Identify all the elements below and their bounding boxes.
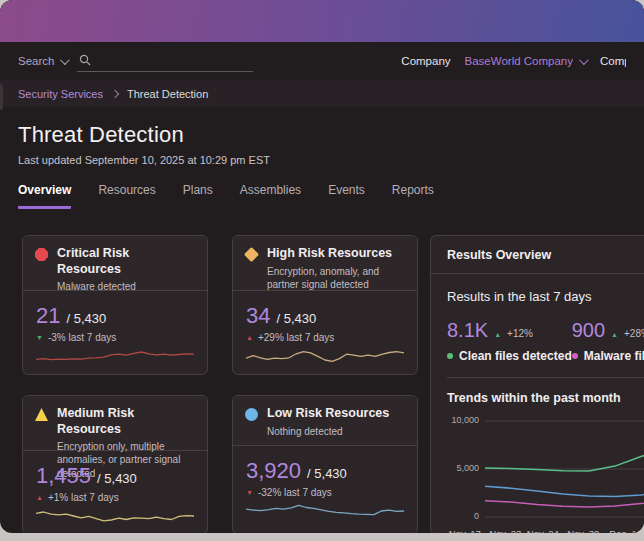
- medium-sparkline: [36, 503, 194, 529]
- x-axis-labels: Nov. 17 - Nov. 23Nov. 24 - Nov. 30Dec. 1…: [447, 528, 644, 533]
- trend-up-icon: ▲: [246, 334, 253, 341]
- low-risk-card-body: 3,920 / 5,430 ▼ -32% last 7 days: [233, 446, 417, 533]
- change-text: -32% last 7 days: [258, 487, 332, 498]
- high-risk-card-body: 34 / 5,430 ▲ +29% last 7 days: [233, 291, 417, 375]
- critical-sparkline: [36, 343, 194, 369]
- stats-row: 8.1K ▲ +12% Clean files detected 900 ▲: [447, 319, 644, 363]
- y-axis-tick: 5,000: [447, 463, 479, 473]
- risk-cards-grid: Critical Risk Resources Malware detected…: [22, 235, 418, 533]
- chevron-down-icon: [60, 55, 70, 65]
- page-title: Threat Detection: [18, 122, 626, 148]
- tab-bar: Overview Resources Plans Assemblies Even…: [0, 183, 644, 209]
- critical-risk-card-header: Critical Risk Resources Malware detected: [23, 236, 207, 291]
- tab-plans[interactable]: Plans: [183, 183, 213, 209]
- trend-up-icon: ▲: [494, 331, 501, 338]
- low-risk-card-header: Low Risk Resources Nothing detected: [233, 396, 417, 446]
- search-input[interactable]: [98, 53, 232, 67]
- malware-files-stat: 900 ▲ +28% Malware files quarantined: [572, 319, 644, 363]
- last-updated-text: Last updated September 10, 2025 at 10:29…: [18, 154, 626, 166]
- low-circle-icon: [245, 408, 258, 421]
- card-title: Critical Risk Resources: [57, 246, 195, 277]
- stat-label: Malware files quarantined: [584, 349, 644, 363]
- card-title: Low Risk Resources: [267, 406, 389, 422]
- y-axis-tick: 0: [447, 511, 479, 521]
- tab-overview[interactable]: Overview: [18, 183, 71, 209]
- stat-value: 900: [572, 319, 605, 342]
- search-icon: [79, 54, 91, 66]
- trends-chart: 10,000 5,000 0: [447, 417, 644, 521]
- search-scope-label: Search: [18, 55, 54, 67]
- change-text: +1% last 7 days: [48, 492, 119, 503]
- trends-chart-plot: [485, 417, 644, 521]
- change-text: -3% last 7 days: [48, 332, 116, 343]
- search-box[interactable]: [77, 51, 253, 72]
- low-sparkline: [246, 498, 404, 524]
- low-risk-card: Low Risk Resources Nothing detected 3,92…: [232, 395, 418, 533]
- x-axis-label: Nov. 24 - Nov. 30: [527, 528, 600, 533]
- company-selector-value: BaseWorld Company: [465, 55, 573, 67]
- breadcrumb: Security Services Threat Detection: [0, 80, 644, 107]
- search-scope-dropdown[interactable]: Search: [18, 55, 67, 67]
- breadcrumb-threat-detection: Threat Detection: [127, 88, 208, 100]
- main-content: Critical Risk Resources Malware detected…: [0, 209, 644, 533]
- topbar: Search Company BaseWorld Company Company: [0, 42, 644, 80]
- topbar-truncated-item[interactable]: Company: [600, 55, 626, 67]
- risk-count: 21: [36, 303, 60, 329]
- tab-assemblies[interactable]: Assemblies: [240, 183, 301, 209]
- high-sparkline: [246, 343, 404, 369]
- change-text: +29% last 7 days: [258, 332, 334, 343]
- header-gradient-banner: [0, 0, 644, 42]
- stat-label: Clean files detected: [459, 349, 572, 363]
- chevron-down-icon: [579, 55, 589, 65]
- risk-total: / 5,430: [276, 311, 316, 326]
- topbar-search-group: Search: [18, 51, 253, 72]
- medium-risk-card: Medium Risk Resources Encryption only, m…: [22, 395, 208, 533]
- results-subtitle: Results in the last 7 days: [447, 289, 644, 304]
- tab-resources[interactable]: Resources: [98, 183, 155, 209]
- card-subtitle: Nothing detected: [267, 425, 389, 438]
- medium-triangle-icon: [35, 408, 48, 421]
- card-subtitle: Encryption, anomaly, and partner signal …: [267, 265, 405, 291]
- results-overview-panel: Results Overview Results in the last 7 d…: [430, 235, 644, 533]
- x-axis-label: Dec. 1 - Dec. 7: [609, 528, 644, 533]
- clean-files-dot-icon: [447, 353, 453, 359]
- chevron-right-icon: [111, 89, 119, 97]
- trend-up-icon: ▲: [36, 494, 43, 501]
- panel-body: Results in the last 7 days 8.1K ▲ +12% C…: [431, 274, 644, 533]
- high-risk-card: High Risk Resources Encryption, anomaly,…: [232, 235, 418, 375]
- critical-octagon-icon: [35, 248, 48, 261]
- threat-detection-app: Search Company BaseWorld Company Company…: [0, 0, 644, 533]
- risk-count: 34: [246, 303, 270, 329]
- critical-risk-card-body: 21 / 5,430 ▼ -3% last 7 days: [23, 291, 207, 375]
- x-axis-label: Nov. 17 - Nov. 23: [449, 528, 522, 533]
- trend-up-icon: ▲: [611, 331, 618, 338]
- stat-change: +28%: [624, 328, 644, 339]
- critical-risk-card: Critical Risk Resources Malware detected…: [22, 235, 208, 375]
- page-header: Threat Detection Last updated September …: [0, 107, 644, 166]
- high-risk-card-header: High Risk Resources Encryption, anomaly,…: [233, 236, 417, 291]
- risk-count: 3,920: [246, 458, 301, 484]
- card-title: Medium Risk Resources: [57, 406, 195, 437]
- company-selector[interactable]: BaseWorld Company: [465, 55, 586, 67]
- risk-total: / 5,430: [307, 466, 347, 481]
- stat-change: +12%: [507, 328, 533, 339]
- tab-events[interactable]: Events: [328, 183, 365, 209]
- card-title: High Risk Resources: [267, 246, 405, 262]
- tab-reports[interactable]: Reports: [392, 183, 434, 209]
- breadcrumb-security-services[interactable]: Security Services: [18, 88, 103, 100]
- risk-total: / 5,430: [97, 471, 137, 486]
- y-axis-tick: 10,000: [447, 415, 479, 425]
- divider: [447, 377, 644, 378]
- stat-value: 8.1K: [447, 319, 488, 342]
- high-diamond-icon: [244, 247, 259, 262]
- malware-files-dot-icon: [572, 353, 578, 359]
- clean-files-stat: 8.1K ▲ +12% Clean files detected: [447, 319, 572, 363]
- risk-total: / 5,430: [66, 311, 106, 326]
- trend-down-icon: ▼: [36, 334, 43, 341]
- topbar-company-group: Company BaseWorld Company Company: [401, 55, 626, 67]
- trend-down-icon: ▼: [246, 489, 253, 496]
- left-edge-accent: [0, 84, 3, 110]
- company-label: Company: [401, 55, 450, 67]
- panel-title: Results Overview: [431, 236, 644, 274]
- risk-count: 1,455: [36, 463, 91, 489]
